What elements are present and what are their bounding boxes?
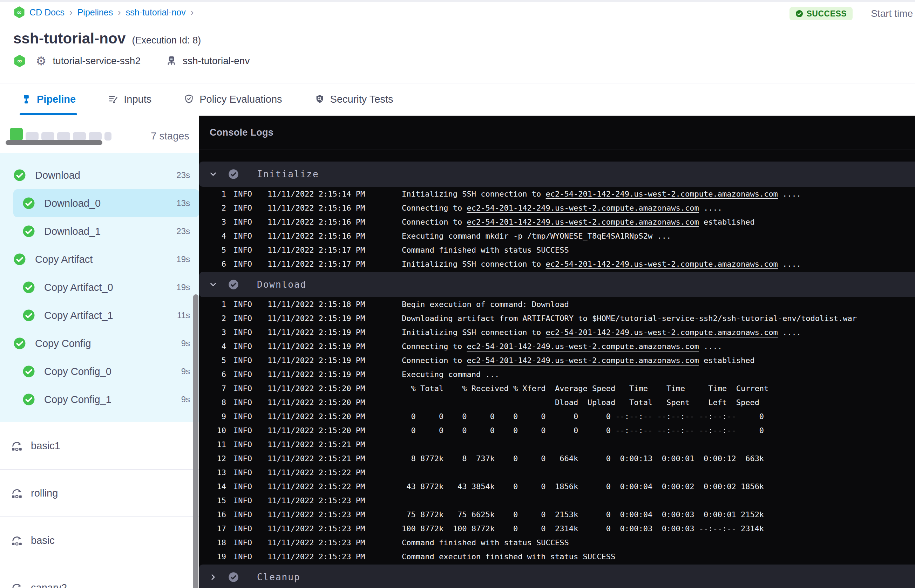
log-timestamp: 11/11/2022 2:15:16 PM (267, 232, 365, 241)
log-line: 16INFO11/11/2022 2:15:23 PM 75 8772k 75 … (199, 507, 915, 522)
breadcrumb-link-pipelines[interactable]: Pipelines (78, 7, 113, 18)
stage-row-download-1[interactable]: Download_123s (0, 217, 199, 245)
log-host-link[interactable]: ec2-54-201-142-249.us-west-2.compute.ama… (467, 356, 699, 365)
log-host-link[interactable]: ec2-54-201-142-249.us-west-2.compute.ama… (467, 218, 699, 226)
pipeline-row-basic[interactable]: basic (0, 517, 199, 564)
stage-row-copy-config[interactable]: Copy Config9s (0, 330, 199, 357)
progress-square[interactable] (57, 132, 70, 141)
tab-pipeline[interactable]: Pipeline (21, 83, 76, 115)
log-line-number: 16 (199, 510, 226, 519)
log-level: INFO (233, 328, 252, 337)
stage-row-copy-artifact[interactable]: Copy Artifact19s (0, 245, 199, 273)
stage-progress-squares (10, 128, 112, 141)
console-title: Console Logs (210, 127, 273, 138)
log-line: 5INFO11/11/2022 2:15:19 PMConnection to … (199, 353, 915, 367)
tab-label: Pipeline (37, 94, 76, 105)
breadcrumb-link-project[interactable]: CD Docs (29, 7, 65, 18)
log-level: INFO (233, 260, 252, 268)
log-host-link[interactable]: ec2-54-201-142-249.us-west-2.compute.ama… (467, 342, 699, 351)
stage-row-download[interactable]: Download23s (0, 161, 199, 189)
stage-row-copy-artifact-0[interactable]: Copy Artifact_019s (0, 273, 199, 301)
log-section-header-initialize[interactable]: Initialize (199, 162, 915, 187)
log-level: INFO (233, 314, 252, 323)
progress-square[interactable] (89, 132, 102, 141)
log-message: Initializing SSH connection to ec2-54-20… (402, 328, 801, 337)
pipeline-redeploy-icon (11, 582, 23, 588)
pipeline-row-canary2[interactable]: canary2 (0, 564, 199, 588)
stage-name: Copy Config (35, 338, 91, 349)
success-check-icon (228, 169, 239, 179)
log-host-link[interactable]: ec2-54-201-142-249.us-west-2.compute.ama… (546, 260, 778, 268)
harness-logo-icon: ∞ (13, 55, 26, 67)
log-host-link[interactable]: ec2-54-201-142-249.us-west-2.compute.ama… (467, 204, 699, 212)
log-timestamp: 11/11/2022 2:15:19 PM (267, 342, 365, 351)
log-line-number: 3 (199, 218, 226, 226)
tab-label: Policy Evaluations (199, 94, 282, 105)
stage-duration: 23s (176, 170, 190, 180)
svg-text:∞: ∞ (17, 9, 22, 16)
log-message: 0 0 0 0 0 0 0 0 --:--:-- --:--:-- --:--:… (402, 412, 764, 421)
log-level: INFO (233, 482, 252, 491)
stages-carousel-scrollbar[interactable] (6, 140, 102, 145)
log-timestamp: 11/11/2022 2:15:22 PM (267, 482, 365, 491)
success-check-icon (23, 365, 35, 378)
progress-square[interactable] (41, 132, 54, 141)
environment-name[interactable]: ssh-tutorial-env (183, 55, 250, 66)
log-level: INFO (233, 398, 252, 407)
log-level: INFO (233, 384, 252, 393)
progress-square[interactable] (105, 132, 112, 141)
log-line: 11INFO11/11/2022 2:15:21 PM (199, 437, 915, 451)
log-line: 10INFO11/11/2022 2:15:20 PM 0 0 0 0 0 0 … (199, 423, 915, 437)
log-level: INFO (233, 496, 252, 505)
chevron-right-icon (209, 573, 218, 582)
log-section-header-download[interactable]: Download (199, 272, 915, 297)
log-line: 4INFO11/11/2022 2:15:19 PMConnecting to … (199, 339, 915, 353)
breadcrumb: ∞ CD Docs › Pipelines › ssh-tutorial-nov… (13, 6, 194, 18)
tab-policy-evaluations[interactable]: Policy Evaluations (184, 83, 282, 115)
tab-bar: Pipeline Inputs Policy Evaluations Secur… (0, 83, 915, 115)
svg-text:∞: ∞ (17, 57, 23, 65)
log-timestamp: 11/11/2022 2:15:19 PM (267, 328, 365, 337)
success-check-icon (13, 253, 26, 266)
pipeline-row-basic1[interactable]: basic1 (0, 422, 199, 470)
stage-row-copy-config-0[interactable]: Copy Config_09s (0, 357, 199, 386)
stage-row-copy-artifact-1[interactable]: Copy Artifact_111s (0, 301, 199, 330)
success-check-icon (13, 169, 26, 181)
tab-inputs[interactable]: Inputs (108, 83, 152, 115)
tab-label: Inputs (124, 94, 152, 105)
log-line-number: 5 (199, 356, 226, 365)
log-host-link[interactable]: ec2-54-201-142-249.us-west-2.compute.ama… (546, 328, 778, 337)
pipeline-execution-page: ∞ CD Docs › Pipelines › ssh-tutorial-nov… (0, 0, 915, 588)
log-line-number: 17 (199, 524, 226, 533)
log-message: Dload Upload Total Spent Left Speed (402, 398, 759, 407)
log-timestamp: 11/11/2022 2:15:20 PM (267, 426, 365, 435)
progress-square[interactable] (10, 128, 23, 141)
log-line: 14INFO11/11/2022 2:15:22 PM 43 8772k 43 … (199, 479, 915, 493)
log-line: 5INFO11/11/2022 2:15:17 PMCommand finish… (199, 243, 915, 257)
progress-square[interactable] (26, 132, 39, 141)
breadcrumb-link-pipeline[interactable]: ssh-tutorial-nov (126, 7, 186, 18)
log-timestamp: 11/11/2022 2:15:23 PM (267, 524, 365, 533)
log-line-number: 19 (199, 552, 226, 561)
stage-row-download-0[interactable]: Download_013s (13, 189, 199, 217)
log-timestamp: 11/11/2022 2:15:23 PM (267, 496, 365, 505)
stage-row-copy-config-1[interactable]: Copy Config_19s (0, 386, 199, 414)
page-title: ssh-tutorial-nov (13, 30, 126, 47)
sidebar-scrollbar-thumb[interactable] (193, 294, 199, 588)
log-message: Command finished with status SUCCESS (402, 246, 569, 254)
log-line-number: 4 (199, 232, 226, 241)
pipeline-name: basic (31, 535, 55, 546)
service-name[interactable]: tutorial-service-ssh2 (53, 55, 141, 66)
progress-square[interactable] (73, 132, 86, 141)
success-check-icon (23, 309, 35, 322)
log-section-header-cleanup[interactable]: Cleanup (199, 565, 915, 588)
success-check-icon (228, 572, 239, 582)
tab-security-tests[interactable]: Security Tests (314, 83, 393, 115)
pipeline-row-rolling[interactable]: rolling (0, 470, 199, 517)
stage-duration: 11s (177, 310, 190, 320)
log-host-link[interactable]: ec2-54-201-142-249.us-west-2.compute.ama… (546, 190, 778, 198)
log-line-number: 5 (199, 246, 226, 254)
log-line-number: 7 (199, 384, 226, 393)
log-line: 7INFO11/11/2022 2:15:20 PM % Total % Rec… (199, 381, 915, 395)
pipeline-name: basic1 (31, 440, 60, 452)
